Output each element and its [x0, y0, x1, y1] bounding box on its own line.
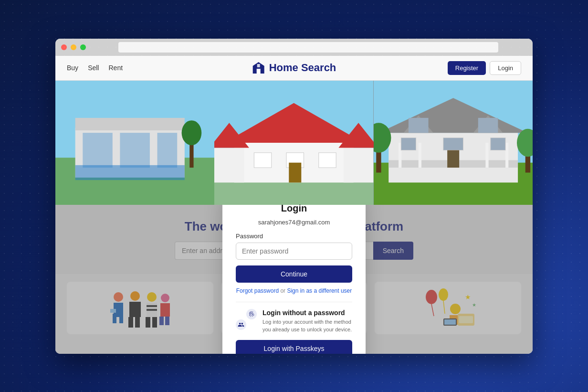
svg-rect-21	[254, 152, 272, 167]
passkey-text: Login without a password Log into your a…	[262, 309, 352, 333]
forgot-password-link[interactable]: Forgot password	[236, 287, 279, 294]
website-content: Buy Sell Rent Home Search Register Login	[55, 56, 533, 354]
navbar: Buy Sell Rent Home Search Register Login	[55, 56, 533, 81]
svg-rect-17	[214, 148, 244, 182]
traffic-light-close[interactable]	[61, 44, 67, 50]
browser-window: Buy Sell Rent Home Search Register Login	[55, 39, 533, 354]
svg-rect-32	[478, 117, 498, 132]
svg-rect-42	[401, 138, 416, 150]
modal-title: Login	[236, 205, 352, 214]
passkey-section: Login without a password Log into your a…	[236, 309, 352, 333]
svg-rect-43	[490, 138, 505, 150]
login-modal: × Login sarahjones74@gmail.com Password …	[222, 205, 366, 354]
traffic-light-maximize[interactable]	[80, 44, 86, 50]
svg-rect-9	[158, 133, 178, 168]
svg-rect-44	[443, 138, 463, 150]
svg-rect-37	[505, 143, 508, 168]
svg-rect-23	[319, 152, 336, 167]
svg-rect-36	[485, 143, 488, 168]
fingerprint-icon	[246, 309, 257, 319]
passkey-button[interactable]: Login with Passkeys	[236, 340, 352, 354]
hero-images	[55, 81, 533, 205]
continue-button[interactable]: Continue	[236, 265, 352, 283]
or-separator: or	[280, 287, 285, 294]
passkey-description: Log into your account with the method yo…	[262, 318, 352, 333]
login-nav-button[interactable]: Login	[490, 61, 521, 75]
traffic-light-minimize[interactable]	[71, 44, 76, 50]
modal-overlay: × Login sarahjones74@gmail.com Password …	[55, 205, 533, 354]
modal-divider	[236, 302, 352, 302]
address-bar[interactable]	[118, 42, 498, 53]
svg-rect-6	[75, 117, 185, 130]
nav-sell[interactable]: Sell	[88, 64, 99, 72]
password-input[interactable]	[236, 243, 352, 260]
passkey-title: Login without a password	[262, 309, 352, 317]
svg-rect-45	[447, 150, 459, 167]
nav-links: Buy Sell Rent	[67, 64, 123, 72]
svg-rect-10	[75, 165, 185, 180]
nav-rent[interactable]: Rent	[108, 64, 123, 72]
passkey-icon-container	[236, 309, 257, 330]
hero-image-3	[374, 81, 533, 205]
site-logo[interactable]: Home Search	[252, 61, 336, 74]
site-content: The world's #1 home search platform Sear…	[55, 205, 533, 354]
modal-links: Forgot password or Sign in as a differen…	[236, 287, 352, 294]
svg-rect-35	[418, 143, 421, 168]
logo-text: Home Search	[269, 62, 336, 74]
sign-in-different-link[interactable]: Sign in as a different user	[287, 287, 352, 294]
register-button[interactable]: Register	[448, 61, 486, 75]
people-icon	[236, 319, 246, 330]
svg-point-12	[182, 120, 202, 145]
svg-rect-2	[257, 64, 260, 67]
browser-titlebar	[55, 39, 533, 56]
nav-actions: Register Login	[448, 61, 521, 75]
hero-image-2	[214, 81, 373, 205]
password-label: Password	[236, 233, 352, 240]
hero-image-1	[55, 81, 214, 205]
svg-rect-7	[83, 133, 112, 168]
svg-rect-24	[289, 162, 302, 182]
modal-email: sarahjones74@gmail.com	[236, 219, 352, 226]
svg-rect-19	[344, 148, 373, 182]
svg-rect-8	[120, 133, 149, 168]
nav-buy[interactable]: Buy	[67, 64, 78, 72]
svg-rect-30	[409, 117, 429, 132]
logo-icon	[252, 61, 265, 74]
svg-rect-1	[257, 69, 261, 74]
